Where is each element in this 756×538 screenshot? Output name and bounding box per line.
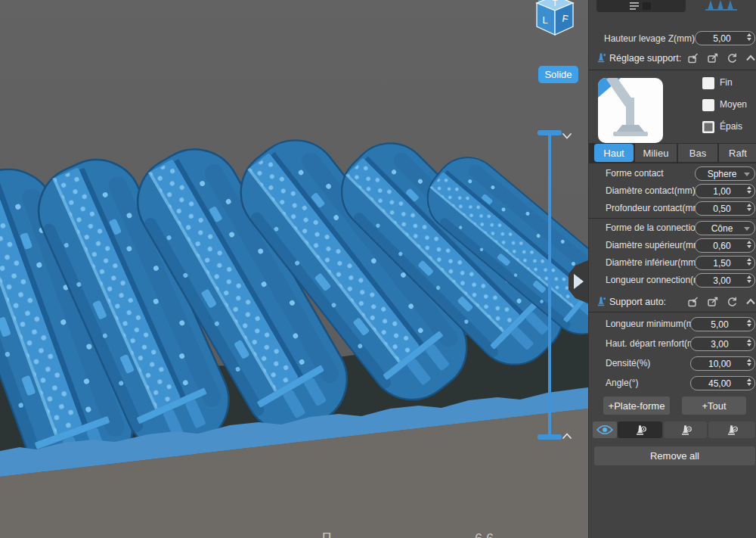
export-settings-icon[interactable]: [707, 296, 719, 308]
divider: [589, 70, 756, 70]
epais-checkbox[interactable]: [702, 121, 714, 133]
spinner-arrows[interactable]: [747, 339, 751, 347]
longueur-minimum-input[interactable]: 5,00: [690, 317, 755, 331]
reset-settings-icon[interactable]: [726, 52, 738, 64]
add-all-supports-button[interactable]: +Tout: [682, 397, 746, 415]
add-support-tool-button[interactable]: [618, 421, 662, 438]
forme-contact-label: Forme contact: [606, 166, 664, 181]
import-settings-icon[interactable]: [687, 52, 699, 64]
support-remove-icon: [680, 424, 692, 436]
diametre-contact-label: Diamètre contact(mm): [606, 184, 696, 198]
z-slider-top-handle[interactable]: [538, 130, 562, 135]
lift-height-label: Hauteur levage Z(mm): [604, 32, 695, 46]
spinner-arrows[interactable]: [747, 241, 751, 248]
spinner-arrows[interactable]: [747, 378, 751, 386]
angle-label: Angle(°): [606, 376, 638, 390]
profondeur-contact-input[interactable]: 0,50: [695, 201, 755, 216]
densite-input[interactable]: 10,00: [690, 356, 755, 371]
spinner-arrows[interactable]: [747, 319, 751, 327]
tab-bas[interactable]: Bas: [678, 144, 717, 162]
settings-list-icon: [630, 2, 652, 11]
dropdown-caret-icon: [744, 227, 750, 231]
export-settings-icon[interactable]: [707, 52, 719, 64]
edit-support-tool-button[interactable]: [708, 421, 755, 438]
support-section-icon: [596, 52, 606, 64]
angle-input[interactable]: 45,00: [690, 376, 755, 390]
forme-contact-select[interactable]: Sphere: [695, 166, 755, 181]
fin-checkbox[interactable]: [702, 77, 714, 89]
remove-support-tool-button[interactable]: [664, 421, 707, 438]
haut-depart-renfort-input[interactable]: 3,00: [690, 337, 755, 351]
spinner-arrows[interactable]: [747, 275, 751, 283]
view-cube[interactable]: T L F: [532, 0, 578, 41]
collapse-section-icon[interactable]: [745, 52, 756, 64]
toggle-supports-visibility-button[interactable]: [593, 421, 617, 438]
supports-icon[interactable]: [704, 0, 739, 11]
checkbox-row-moyen[interactable]: Moyen: [702, 98, 747, 112]
moyen-label: Moyen: [720, 98, 747, 112]
spinner-arrows[interactable]: [747, 359, 751, 366]
dropdown-caret-icon: [744, 173, 750, 176]
forme-connection-label: Forme de la connection: [606, 221, 700, 235]
solide-render-mode-button[interactable]: Solide: [538, 66, 578, 83]
diametre-superieur-input[interactable]: 0,60: [695, 238, 755, 253]
tab-raft[interactable]: Raft: [719, 144, 756, 162]
add-platform-supports-button[interactable]: +Plate-forme: [603, 397, 670, 415]
spinner-arrows[interactable]: [747, 204, 751, 211]
z-slider-track[interactable]: [548, 133, 551, 437]
diametre-inferieur-input[interactable]: 1,50: [695, 256, 755, 270]
cube-face-top-label: T: [553, 0, 558, 8]
collapse-arrow-icon: [574, 274, 584, 289]
tab-milieu[interactable]: Milieu: [635, 144, 677, 162]
reset-settings-icon[interactable]: [726, 296, 738, 308]
support-section-title: Réglage support:: [609, 52, 681, 64]
diametre-contact-input[interactable]: 1,00: [695, 184, 755, 198]
clipped-toolbar-glyph: Π: [322, 530, 331, 538]
support-edit-icon: [726, 424, 738, 436]
chevron-up-icon[interactable]: [561, 430, 573, 442]
tab-haut[interactable]: Haut: [594, 144, 634, 162]
cube-face-left-label: L: [542, 14, 547, 26]
divider: [589, 218, 756, 219]
import-settings-icon[interactable]: [687, 296, 699, 308]
lift-height-input[interactable]: 5,00: [695, 31, 755, 45]
eye-icon: [596, 424, 613, 435]
support-settings-panel: Hauteur levage Z(mm) 5,00 Réglage suppor…: [588, 0, 756, 538]
checkbox-row-fin[interactable]: Fin: [702, 76, 733, 90]
spinner-arrows[interactable]: [747, 186, 751, 194]
diametre-superieur-label: Diamètre supérieur(mm): [606, 238, 704, 253]
auto-support-section-title: Support auto:: [609, 296, 666, 308]
collapse-section-icon[interactable]: [745, 296, 756, 308]
app-window: Π 6 6 T L F Solide: [0, 0, 756, 538]
checkbox-row-epais[interactable]: Épais: [702, 120, 742, 134]
diametre-inferieur-label: Diamètre inférieur(mm): [606, 256, 699, 270]
viewport-canvas[interactable]: Π 6 6: [0, 0, 588, 538]
profondeur-contact-label: Profondeur contact(mm): [606, 201, 703, 216]
longueur-connection-input[interactable]: 3,00: [695, 273, 755, 288]
densite-label: Densité(%): [606, 356, 650, 371]
z-slider-bottom-handle[interactable]: [538, 434, 562, 440]
panel-top-tab[interactable]: [596, 0, 686, 12]
moyen-checkbox[interactable]: [702, 99, 714, 111]
epais-label: Épais: [720, 120, 742, 134]
support-add-icon: [634, 424, 646, 436]
auto-support-section-icon: [596, 296, 606, 307]
chevron-down-icon[interactable]: [561, 130, 573, 142]
clipped-toolbar-glyph: 6 6: [475, 531, 494, 538]
spinner-arrows[interactable]: [747, 258, 751, 266]
support-preview-image: [598, 78, 663, 143]
remove-all-supports-button[interactable]: Remove all: [594, 446, 755, 465]
divider: [589, 312, 756, 313]
spinner-arrows[interactable]: [747, 33, 751, 41]
forme-connection-select[interactable]: Cône: [695, 221, 755, 235]
fin-label: Fin: [720, 76, 733, 90]
